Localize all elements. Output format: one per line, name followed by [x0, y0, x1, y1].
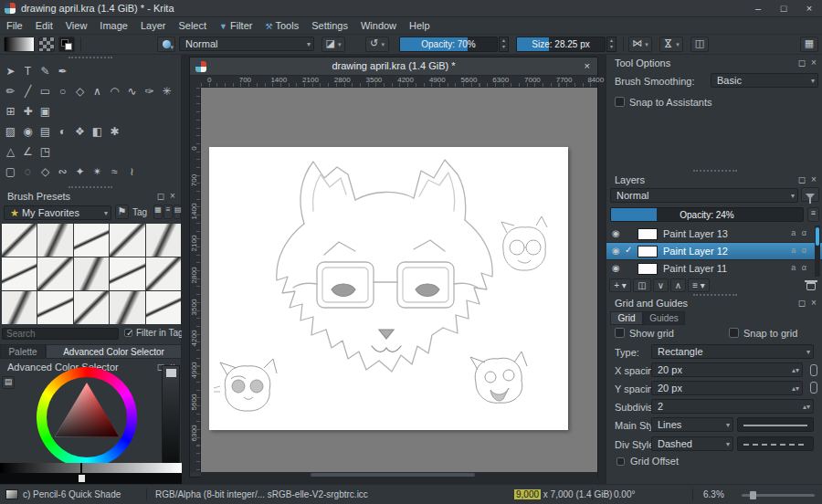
menu-image[interactable]: Image	[93, 17, 134, 34]
tab-palette[interactable]: Palette	[0, 344, 46, 359]
add-layer-button[interactable]: + ▾	[609, 278, 631, 292]
shade-gradient-strip[interactable]	[0, 463, 182, 473]
reload-preset-button[interactable]: ↺ ▾	[365, 37, 389, 52]
link-spacing-icon[interactable]	[807, 364, 818, 394]
close-docker-icon[interactable]: ×	[808, 298, 819, 308]
maximize-button[interactable]: □	[771, 0, 796, 17]
move-layer-up-button[interactable]: ∧	[670, 278, 686, 292]
brush-preset-thumbnail[interactable]	[146, 291, 181, 324]
rotation-icon[interactable]: ○	[601, 489, 606, 499]
brush-smoothing-select[interactable]: Basic▾	[711, 73, 818, 88]
snap-to-grid-checkbox[interactable]	[729, 328, 739, 338]
visibility-icon[interactable]: ◉	[612, 228, 620, 238]
subdivision-spinbox[interactable]: 2▴▾	[651, 399, 814, 414]
menu-select[interactable]: Select	[172, 17, 213, 34]
search-input[interactable]	[2, 328, 119, 340]
close-docker-icon[interactable]: ×	[808, 58, 819, 68]
opacity-slider[interactable]: Opacity: 70%	[399, 37, 498, 52]
layer-opacity-slider[interactable]: Opacity: 24%	[610, 207, 804, 222]
layer-thumbnail[interactable]	[638, 263, 658, 275]
close-docker-icon[interactable]: ×	[808, 174, 819, 184]
close-docker-icon[interactable]: ×	[167, 191, 178, 201]
menu-file[interactable]: File	[0, 17, 29, 34]
brush-size-slider[interactable]: Size: 28.25 px	[516, 37, 606, 52]
tag-icon-button[interactable]: ⚑	[115, 205, 129, 219]
menu-filter[interactable]: ▼Filter	[213, 17, 258, 35]
alpha-lock-icons[interactable]: a α	[791, 228, 808, 237]
horizontal-scrollbar[interactable]	[201, 472, 597, 478]
gradient-chooser-button[interactable]	[4, 37, 35, 52]
toolbox-drag-handle[interactable]	[68, 57, 112, 58]
brush-preset-thumbnail[interactable]	[146, 224, 181, 257]
scrollbar-thumb[interactable]	[816, 227, 819, 246]
value-slider[interactable]	[162, 365, 180, 467]
crop-tool[interactable]: ▣	[37, 102, 54, 121]
ellipse-select-tool[interactable]: ◌	[19, 163, 37, 181]
workspace-chooser-button[interactable]: ▦	[800, 37, 818, 52]
color-selector-settings-button[interactable]: ▤	[2, 376, 15, 389]
magnetic-select-tool[interactable]: ≀	[123, 163, 141, 181]
assistants-tool[interactable]: △	[2, 142, 19, 161]
spinner-arrows-icon[interactable]: ▴▾	[803, 401, 810, 414]
float-docker-icon[interactable]: ◻	[796, 58, 807, 68]
x-spacing-spinbox[interactable]: 20 px▴▾	[651, 362, 803, 377]
rect-select-tool[interactable]: ▢	[2, 163, 19, 181]
menu-tools[interactable]: ⚒Tools	[258, 17, 305, 35]
pattern-chooser-button[interactable]	[38, 37, 55, 52]
layer-row[interactable]: ◉✓Paint Layer 12a α	[606, 243, 822, 260]
brush-preset-thumbnail[interactable]	[74, 291, 109, 324]
minimize-button[interactable]: –	[745, 0, 771, 17]
layer-row[interactable]: ◉Paint Layer 11a α	[606, 260, 822, 277]
layer-thumbnail[interactable]	[638, 228, 658, 240]
menu-view[interactable]: View	[59, 17, 94, 34]
brush-preset-thumbnail[interactable]	[37, 224, 72, 257]
layer-thumbnail[interactable]	[638, 246, 658, 257]
menu-layer[interactable]: Layer	[134, 17, 173, 34]
blending-mode-select[interactable]: Normal▾	[179, 37, 314, 51]
layer-properties-button[interactable]: ≡ ▾	[688, 278, 710, 292]
freehand-path-tool[interactable]: ∿	[123, 82, 141, 100]
color-sampler-tool[interactable]: ◉	[19, 122, 37, 141]
layer-blending-mode-select[interactable]: Normal▾	[610, 188, 798, 203]
menu-edit[interactable]: Edit	[29, 17, 59, 34]
menu-settings[interactable]: Settings	[305, 17, 354, 34]
menu-window[interactable]: Window	[354, 17, 403, 34]
grid-offset-checkbox[interactable]	[616, 457, 625, 466]
polygon-select-tool[interactable]: ◇	[37, 163, 54, 181]
brush-preset-thumbnail[interactable]	[146, 257, 181, 290]
wrap-around-mode-button[interactable]: ◫	[690, 37, 709, 52]
color-history-strip[interactable]	[0, 473, 182, 484]
menu-help[interactable]: Help	[403, 17, 437, 34]
title-bar[interactable]: drawing april.kra (1.4 GiB) * - Krita – …	[0, 0, 822, 17]
view-grid-button[interactable]: ▦	[153, 205, 163, 219]
float-docker-icon[interactable]: ◻	[155, 191, 166, 201]
mirror-horizontal-button[interactable]: ⋈ ▾	[628, 37, 652, 52]
brush-preset-thumbnail[interactable]	[74, 257, 109, 290]
main-style-color-button[interactable]	[737, 417, 814, 432]
div-style-color-button[interactable]	[737, 436, 814, 451]
layer-filter-button[interactable]	[801, 187, 819, 202]
grid-type-select[interactable]: Rectangle▾	[651, 344, 814, 359]
brush-preset-thumbnail[interactable]	[110, 257, 144, 290]
measure-tool[interactable]: ∠	[19, 142, 37, 161]
select-shapes-tool[interactable]: ➤	[2, 62, 19, 80]
multibrush-tool[interactable]: ✳	[158, 82, 175, 100]
contiguous-select-tool[interactable]: ✴	[89, 163, 106, 181]
fg-bg-color-button[interactable]	[58, 37, 75, 52]
brush-preset-thumbnail[interactable]	[2, 291, 37, 324]
float-docker-icon[interactable]: ◻	[796, 174, 807, 184]
freehand-brush-tool[interactable]: ✏	[2, 82, 19, 100]
delete-layer-button[interactable]	[806, 282, 816, 290]
text-tool[interactable]: T	[19, 62, 37, 80]
duplicate-layer-button[interactable]: ◫	[633, 278, 651, 292]
alpha-lock-icons[interactable]: a α	[791, 263, 808, 272]
polygon-tool[interactable]: ◇	[71, 82, 89, 100]
zoom-slider-handle[interactable]	[750, 491, 756, 499]
snap-to-assistants-checkbox[interactable]	[615, 97, 625, 107]
filter-in-tag-checkbox[interactable]	[124, 329, 132, 337]
layer-row[interactable]: ◉Paint Layer 13a α	[606, 226, 822, 243]
hue-ring[interactable]	[37, 367, 137, 467]
move-tool[interactable]: ✚	[19, 102, 37, 121]
opacity-spinner[interactable]: ▴▾	[499, 37, 509, 52]
brush-preset-preview-icon[interactable]	[5, 489, 18, 499]
